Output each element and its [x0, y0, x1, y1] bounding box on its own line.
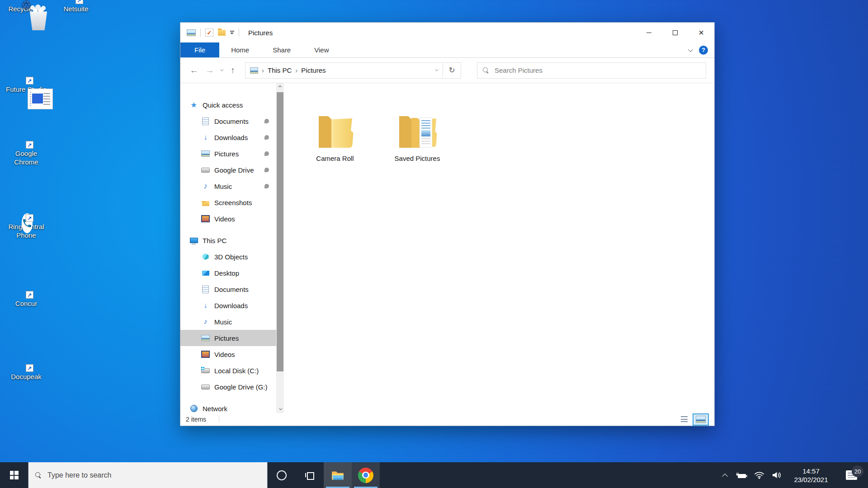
expand-ribbon-icon[interactable] [688, 47, 693, 52]
search-icon [35, 472, 42, 479]
pictures-icon [201, 150, 210, 158]
folder-name: Camera Roll [316, 155, 354, 162]
taskbar-search-box[interactable] [28, 462, 268, 488]
minimize-button[interactable] [636, 23, 662, 42]
folder-with-documents-icon [396, 101, 439, 152]
sidebar-item-this-pc[interactable]: This PC [180, 232, 276, 249]
navigation-pane: ★ Quick access Documents ↓ Downloads Pic… [180, 83, 276, 413]
sidebar-item-3d-objects[interactable]: 3D Objects [180, 249, 276, 265]
sidebar-item-music-qa[interactable]: ♪ Music [180, 178, 276, 194]
tray-chevron-up-icon[interactable] [717, 462, 732, 488]
desktop-icon-netsuite[interactable]: ↗ Netsuite [52, 5, 99, 13]
back-button[interactable]: ← [189, 66, 199, 75]
details-view-button[interactable] [679, 415, 689, 423]
thumbnail-icon [696, 416, 706, 423]
pin-icon [264, 151, 269, 156]
desktop-icon-concur[interactable]: ↗ Concur [3, 299, 50, 308]
wifi-icon[interactable] [751, 462, 767, 488]
close-button[interactable]: × [688, 23, 714, 42]
sidebar-item-documents[interactable]: Documents [180, 113, 276, 129]
desktop-icon-google-chrome[interactable]: ↗ Google Chrome [3, 149, 50, 166]
sidebar-item-network[interactable]: Network [180, 400, 276, 413]
document-icon [201, 117, 210, 125]
sidebar-item-music-pc[interactable]: ♪ Music [180, 314, 276, 330]
forward-button[interactable]: → [204, 66, 215, 75]
sidebar-item-videos-pc[interactable]: Videos [180, 346, 276, 362]
tab-share[interactable]: Share [261, 42, 302, 57]
search-icon [483, 67, 489, 74]
desktop-icon [201, 269, 210, 277]
scrollbar-thumb[interactable] [277, 92, 283, 371]
desktop-icon-recycle-bin[interactable]: ♻ Recycle Bin [3, 5, 50, 13]
task-view-button[interactable] [296, 462, 324, 488]
desktop-icon-future-studio[interactable]: ↗ Future Studio [3, 85, 50, 94]
sidebar-item-local-disk-c[interactable]: Local Disk (C:) [180, 362, 276, 379]
recent-locations-icon[interactable] [220, 68, 223, 71]
desktop-icon-ringcentral-phone[interactable]: ↗ RingCentral Phone [3, 222, 50, 239]
sidebar-item-desktop[interactable]: Desktop [180, 265, 276, 281]
explorer-window-icon [187, 29, 196, 36]
cortana-icon [277, 470, 287, 480]
customize-toolbar-icon[interactable] [230, 31, 234, 34]
explorer-search-box[interactable] [477, 62, 706, 79]
cube-icon [201, 253, 210, 261]
folder-saved-pictures[interactable]: Saved Pictures [382, 101, 453, 162]
scroll-down-icon[interactable] [276, 405, 284, 413]
download-arrow-icon: ↓ [201, 133, 210, 141]
network-icon [189, 404, 198, 413]
address-dropdown-icon[interactable] [429, 63, 443, 78]
sidebar-item-pictures-pc[interactable]: Pictures [180, 330, 276, 346]
folder-camera-roll[interactable]: Camera Roll [299, 101, 371, 162]
up-button[interactable]: ↑ [227, 66, 238, 75]
title-bar[interactable]: ✓ Pictures × [180, 23, 714, 42]
address-bar[interactable]: › This PC › Pictures ↻ [245, 62, 461, 79]
taskbar-file-explorer-button[interactable] [324, 462, 352, 488]
scroll-up-icon[interactable] [276, 83, 284, 91]
action-center-button[interactable]: 20 [838, 470, 864, 480]
large-icons-view-button[interactable] [693, 413, 709, 426]
shortcut-arrow-icon: ↗ [75, 0, 83, 4]
new-folder-icon[interactable] [218, 30, 226, 36]
tab-home[interactable]: Home [219, 42, 261, 57]
sidebar-item-pictures-qa[interactable]: Pictures [180, 145, 276, 162]
file-list[interactable]: Camera Roll [284, 83, 714, 413]
sidebar-item-videos-qa[interactable]: Videos [180, 211, 276, 227]
sidebar-item-google-drive-g[interactable]: Google Drive (G:) [180, 379, 276, 395]
sidebar-item-downloads[interactable]: ↓ Downloads [180, 129, 276, 145]
sidebar-item-downloads-pc[interactable]: ↓ Downloads [180, 297, 276, 314]
download-arrow-icon: ↓ [201, 301, 210, 310]
quick-access-toolbar: ✓ Pictures [180, 28, 273, 37]
music-note-icon: ♪ [201, 182, 210, 190]
start-button[interactable] [0, 462, 28, 488]
pin-icon [264, 168, 269, 172]
breadcrumb-pictures[interactable]: Pictures [301, 66, 326, 74]
sidebar-item-documents-pc[interactable]: Documents [180, 281, 276, 297]
tab-file[interactable]: File [180, 42, 219, 57]
file-explorer-icon [331, 469, 344, 481]
sidebar-item-screenshots[interactable]: Screenshots [180, 194, 276, 211]
breadcrumb-this-pc[interactable]: This PC [268, 66, 292, 74]
sidebar-scrollbar[interactable] [276, 83, 284, 413]
explorer-search-input[interactable] [495, 66, 700, 74]
battery-icon[interactable] [734, 462, 750, 488]
shortcut-arrow-icon: ↗ [26, 364, 33, 372]
drive-icon [201, 383, 210, 391]
help-icon[interactable]: ? [699, 46, 708, 55]
clock-date: 23/02/2021 [786, 475, 836, 484]
refresh-button[interactable]: ↻ [443, 63, 461, 78]
maximize-button[interactable] [662, 23, 688, 42]
taskbar: 14:57 23/02/2021 20 [0, 462, 868, 488]
volume-icon[interactable] [769, 462, 784, 488]
cortana-button[interactable] [268, 462, 296, 488]
taskbar-clock[interactable]: 14:57 23/02/2021 [786, 467, 836, 484]
properties-toggle-icon[interactable]: ✓ [205, 28, 213, 37]
tab-view[interactable]: View [302, 42, 340, 57]
sidebar-item-quick-access[interactable]: ★ Quick access [180, 97, 276, 113]
taskbar-chrome-button[interactable] [352, 462, 380, 488]
taskbar-search-input[interactable] [47, 471, 260, 479]
desktop-icon-docupeak[interactable]: ↗ Docupeak [3, 372, 50, 381]
quick-access-star-icon: ★ [189, 101, 198, 109]
sidebar-item-google-drive[interactable]: Google Drive [180, 162, 276, 178]
computer-icon [189, 236, 198, 244]
film-icon [201, 215, 210, 223]
